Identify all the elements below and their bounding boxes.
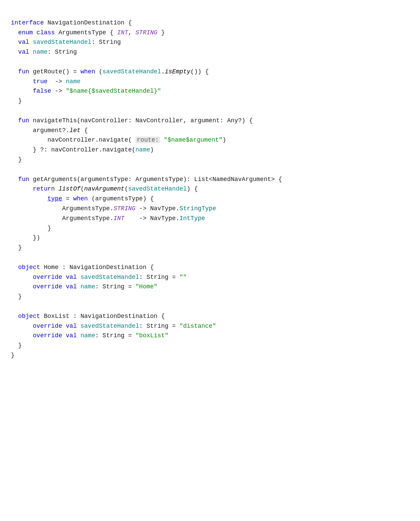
method-navargument: navArgument bbox=[84, 185, 125, 192]
keyword-override-3: override bbox=[33, 323, 62, 329]
enum-value-string: STRING bbox=[135, 29, 157, 36]
type-string-5: String bbox=[147, 323, 169, 329]
type-string-3: String bbox=[147, 274, 169, 281]
val-name-home: name bbox=[80, 283, 95, 290]
keyword-when-2: when bbox=[73, 195, 88, 202]
keyword-val-4: val bbox=[66, 283, 77, 290]
enum-ref-string: ArgumentsType bbox=[62, 205, 110, 212]
navtype-inttype: IntType bbox=[179, 215, 205, 222]
navtype-stringtype: StringType bbox=[179, 205, 216, 212]
navtype-ref-2: NavType bbox=[150, 215, 176, 222]
enum-value-int: INT bbox=[117, 29, 128, 36]
keyword-object-home: object bbox=[18, 264, 40, 271]
object-home: Home bbox=[44, 264, 58, 271]
method-isempty: isEmpty bbox=[165, 68, 191, 75]
named-arg-route: route: bbox=[135, 137, 160, 143]
keyword-enum: enum class bbox=[18, 29, 55, 36]
keyword-val-6: val bbox=[66, 332, 77, 339]
keyword-val-5: val bbox=[66, 323, 77, 329]
keyword-override-4: override bbox=[33, 332, 62, 339]
keyword-override-2: override bbox=[33, 283, 62, 290]
string-name-argument: "$name$argument" bbox=[164, 137, 223, 143]
ref-navcontroller-2: navController bbox=[51, 146, 99, 153]
type-navdest-boxlist: NavigationDestination bbox=[80, 313, 157, 320]
ref-savedstatehandel-2: savedStateHandel bbox=[128, 185, 187, 192]
keyword-fun-1: fun bbox=[18, 68, 29, 75]
string-name-savedstate: "$name{$savedStateHandel}" bbox=[66, 88, 161, 94]
keyword-interface: interface bbox=[11, 19, 44, 26]
type-string-4: String bbox=[102, 283, 125, 290]
fun-getarguments: getArguments bbox=[33, 176, 77, 183]
string-distance: "distance" bbox=[179, 323, 216, 329]
ref-argument-1: argument bbox=[33, 127, 62, 134]
type-navcontroller: NavController bbox=[135, 117, 183, 124]
enum-class-name: ArgumentsType bbox=[58, 29, 106, 36]
type-string-2: String bbox=[55, 49, 77, 55]
string-home: "Home" bbox=[135, 283, 157, 290]
literal-true: true bbox=[33, 78, 47, 85]
method-navigate-2: navigate bbox=[102, 146, 132, 153]
method-listof: listOf bbox=[58, 185, 80, 192]
type-string-6: String bbox=[102, 332, 125, 339]
enum-ref-int: ArgumentsType bbox=[62, 215, 110, 222]
ref-navcontroller-1: navController bbox=[47, 137, 95, 143]
class-name: NavigationDestination bbox=[47, 19, 125, 26]
param-navcontroller-decl: navController bbox=[80, 117, 128, 124]
val-savedstatehandel: savedStateHandel bbox=[33, 39, 92, 46]
fun-navigatethis: navigateThis bbox=[33, 117, 77, 124]
string-boxlist: "boxList" bbox=[135, 332, 168, 339]
type-string-1: String bbox=[99, 39, 121, 46]
method-navigate-1: navigate bbox=[99, 137, 128, 143]
enum-val-string-ref: STRING bbox=[113, 205, 135, 212]
literal-false: false bbox=[33, 88, 51, 94]
val-savedstatehandel-boxlist: savedStateHandel bbox=[80, 323, 139, 329]
ref-savedstatehandel-1: savedStateHandel bbox=[102, 68, 161, 75]
val-savedstatehandel-home: savedStateHandel bbox=[80, 274, 139, 281]
val-name: name bbox=[33, 49, 47, 55]
ref-name-1: name bbox=[66, 78, 80, 85]
keyword-type-underline: type bbox=[47, 195, 62, 202]
code-editor: interface NavigationDestination { enum c… bbox=[11, 8, 409, 360]
ref-name-2: name bbox=[135, 146, 150, 153]
param-argument-decl: argument bbox=[190, 117, 219, 124]
param-argumentstype-decl: argumentsType bbox=[80, 176, 128, 183]
keyword-val-2: val bbox=[18, 49, 29, 55]
fun-getroute: getRoute bbox=[33, 68, 62, 75]
keyword-val-3: val bbox=[66, 274, 77, 281]
val-name-boxlist: name bbox=[80, 332, 95, 339]
type-navdest-home: NavigationDestination bbox=[70, 264, 147, 271]
keyword-when-1: when bbox=[80, 68, 95, 75]
enum-val-int-ref: INT bbox=[113, 215, 124, 222]
keyword-fun-3: fun bbox=[18, 176, 29, 183]
navtype-ref: NavType bbox=[150, 205, 176, 212]
ref-argumentstype-1: argumentsType bbox=[95, 195, 142, 202]
type-any: Any? bbox=[227, 117, 242, 124]
keyword-val-1: val bbox=[18, 39, 29, 46]
keyword-override-1: override bbox=[33, 274, 62, 281]
keyword-return: return bbox=[33, 185, 55, 192]
type-argumentstype: ArgumentsType bbox=[135, 176, 183, 183]
return-type-list: List<NamedNavArgument> bbox=[194, 176, 275, 183]
keyword-fun-2: fun bbox=[18, 117, 29, 124]
string-empty: "" bbox=[179, 274, 187, 281]
method-let: let bbox=[70, 127, 80, 134]
object-boxlist: BoxList bbox=[44, 313, 70, 320]
keyword-object-boxlist: object bbox=[18, 313, 40, 320]
